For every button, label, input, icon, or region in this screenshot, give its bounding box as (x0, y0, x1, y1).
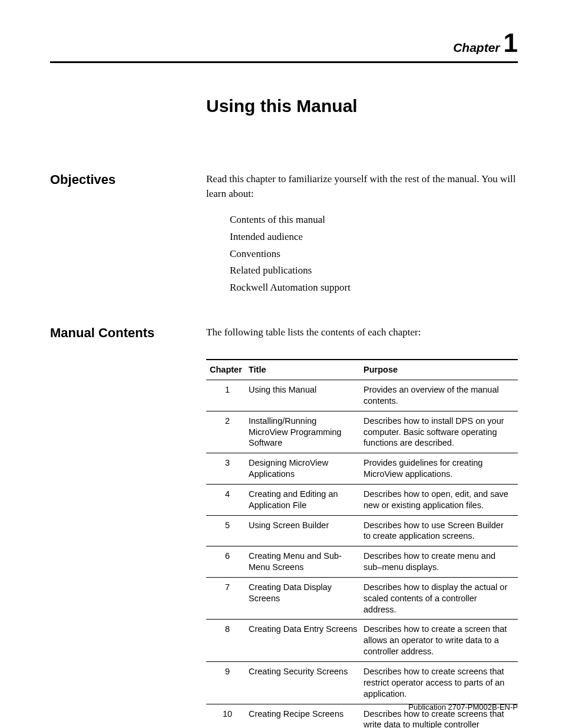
bullet-item: Intended audience (230, 230, 518, 245)
table-header-row: Chapter Title Purpose (206, 360, 518, 380)
cell-chapter: 5 (206, 515, 249, 546)
cell-title: Creating Security Screens (249, 662, 363, 704)
cell-purpose: Describes how to create a screen that al… (363, 620, 518, 662)
section-manual-contents: Manual Contents The following table list… (50, 325, 518, 728)
cell-purpose: Describes how to install DPS on your com… (363, 411, 518, 453)
cell-purpose: Describes how to create menu and sub–men… (363, 546, 518, 578)
manual-contents-intro: The following table lists the contents o… (206, 325, 518, 340)
cell-title: Creating Menu and Sub-Menu Screens (249, 546, 363, 578)
header-rule (50, 61, 518, 63)
table-row: 8 Creating Data Entry Screens Describes … (206, 620, 518, 662)
cell-purpose: Provides an overview of the manual conte… (363, 380, 518, 411)
bullet-item: Conventions (230, 247, 518, 262)
table-row: 7 Creating Data Display Screens Describe… (206, 577, 518, 620)
bullet-item: Contents of this manual (230, 213, 518, 228)
cell-title: Creating Data Entry Screens (249, 620, 363, 662)
section-objectives: Objectives Read this chapter to familiar… (50, 172, 518, 297)
cell-chapter: 10 (206, 704, 249, 728)
table-row: 4 Creating and Editing an Application Fi… (206, 484, 518, 515)
chapter-header: Chapter1 (50, 28, 518, 58)
cell-purpose: Provides guidelines for creating MicroVi… (363, 453, 518, 485)
contents-table: Chapter Title Purpose 1 Using this Manua… (206, 359, 518, 728)
cell-chapter: 7 (206, 577, 249, 620)
cell-chapter: 9 (206, 662, 249, 704)
cell-title: Installing/Running MicroView Programming… (249, 411, 363, 453)
table-row: 5 Using Screen Builder Describes how to … (206, 515, 518, 546)
cell-title: Designing MicroView Applications (249, 453, 363, 485)
objectives-bullets: Contents of this manual Intended audienc… (230, 213, 518, 295)
table-row: 2 Installing/Running MicroView Programmi… (206, 411, 518, 453)
section-body-objectives: Read this chapter to familiarize yoursel… (206, 172, 518, 297)
cell-chapter: 2 (206, 411, 249, 453)
cell-purpose: Describes how to display the actual or s… (363, 577, 518, 620)
cell-title: Using Screen Builder (249, 515, 363, 546)
section-label-manual-contents: Manual Contents (50, 325, 206, 341)
chapter-number: 1 (504, 28, 518, 57)
cell-title: Using this Manual (249, 380, 363, 411)
table-row: 9 Creating Security Screens Describes ho… (206, 662, 518, 704)
table-row: 3 Designing MicroView Applications Provi… (206, 453, 518, 485)
footer-publication: Publication 2707-PM002B-EN-P (408, 703, 518, 711)
table-row: 1 Using this Manual Provides an overview… (206, 380, 518, 411)
objectives-intro: Read this chapter to familiarize yoursel… (206, 172, 518, 201)
section-body-manual-contents: The following table lists the contents o… (206, 325, 518, 728)
cell-chapter: 8 (206, 620, 249, 662)
cell-title: Creating Recipe Screens (249, 704, 363, 728)
cell-title: Creating and Editing an Application File (249, 484, 363, 515)
cell-chapter: 1 (206, 380, 249, 411)
table-row: 6 Creating Menu and Sub-Menu Screens Des… (206, 546, 518, 578)
cell-purpose: Describes how to use Screen Builder to c… (363, 515, 518, 546)
cell-chapter: 3 (206, 453, 249, 485)
cell-purpose: Describes how to create screens that res… (363, 662, 518, 704)
th-chapter: Chapter (206, 360, 249, 380)
bullet-item: Related publications (230, 263, 518, 278)
th-purpose: Purpose (363, 360, 518, 380)
bullet-item: Rockwell Automation support (230, 281, 518, 295)
chapter-label: Chapter (453, 41, 500, 54)
th-title: Title (249, 360, 363, 380)
page-title: Using this Manual (206, 96, 518, 116)
cell-title: Creating Data Display Screens (249, 577, 363, 620)
cell-chapter: 6 (206, 546, 249, 578)
cell-purpose: Describes how to open, edit, and save ne… (363, 484, 518, 515)
section-label-objectives: Objectives (50, 172, 206, 187)
cell-chapter: 4 (206, 484, 249, 515)
